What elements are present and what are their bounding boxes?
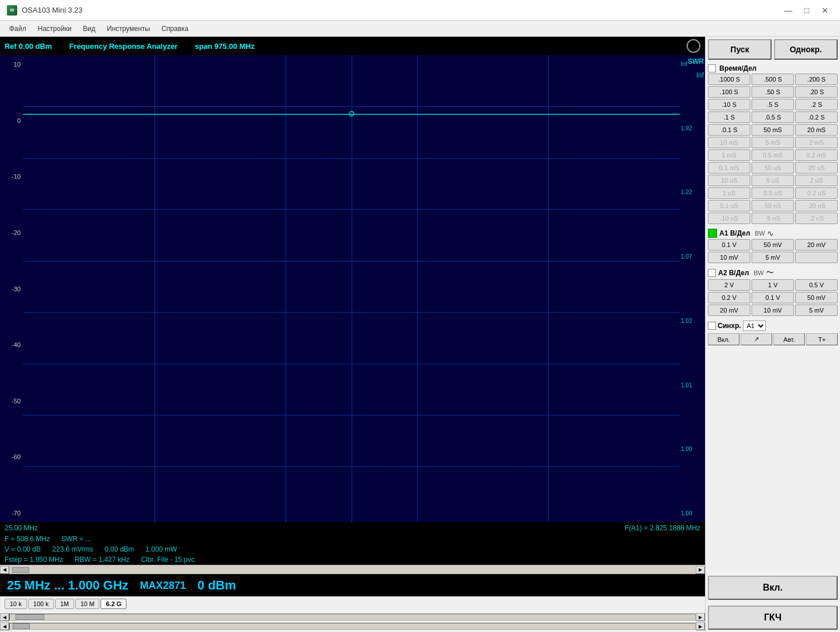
scroll-right-btn[interactable]: ▶	[696, 566, 705, 574]
time-btn-02us[interactable]: 0.2 uS	[795, 187, 838, 199]
a2-btn-1v[interactable]: 1 V	[752, 279, 794, 291]
sync-checkbox[interactable]	[708, 322, 716, 330]
time-btn-20us[interactable]: 20 uS	[795, 162, 838, 174]
scroll-left-btn[interactable]: ◀	[0, 566, 9, 574]
time-btn-20ms[interactable]: 20 mS	[795, 124, 838, 136]
time-btn-01s[interactable]: .0.1 S	[708, 124, 750, 136]
a2-btn-50mv[interactable]: 50 mV	[795, 292, 838, 303]
a2-btn-5mv[interactable]: 5 mV	[795, 305, 838, 316]
time-btn-05ms[interactable]: 0.5 mS	[752, 149, 794, 161]
swr-val-102: 1.02	[680, 318, 705, 324]
time-div-checkbox[interactable]	[708, 64, 716, 72]
scroll-track[interactable]	[9, 567, 696, 573]
a1-btn-5mv[interactable]: 5 mV	[752, 252, 794, 263]
minimize-button[interactable]: —	[780, 3, 796, 17]
v-value: V = 0.00 dB	[5, 545, 41, 553]
time-btn-1s[interactable]: .1 S	[708, 111, 750, 123]
time-btn-2ns[interactable]: .2 nS	[795, 213, 838, 224]
time-btn-5s[interactable]: .5 S	[752, 99, 794, 110]
a2-btn-01v[interactable]: 0.1 V	[752, 292, 794, 303]
time-btn-01ms[interactable]: 0.1 mS	[708, 162, 750, 174]
scroll3-track[interactable]	[9, 623, 696, 630]
freq-btn-100k[interactable]: 100 k	[28, 599, 54, 609]
time-btn-1us[interactable]: 1 uS	[708, 187, 750, 199]
time-btn-50ns[interactable]: 50 nS	[752, 200, 794, 211]
start-button[interactable]: Пуск	[708, 39, 772, 60]
time-btn-02s[interactable]: .0.2 S	[795, 111, 838, 123]
time-btn-50us[interactable]: 50 uS	[752, 162, 794, 174]
a1-btn-10mv[interactable]: 10 mV	[708, 252, 750, 263]
vkl-button[interactable]: Вкл.	[708, 576, 838, 600]
time-btn-50ms[interactable]: 50 mS	[752, 124, 794, 136]
time-btn-1000s[interactable]: .1000 S	[708, 74, 750, 85]
time-btn-5ms[interactable]: 5 mS	[752, 137, 794, 148]
scroll2-track[interactable]	[9, 614, 696, 621]
a2-volt-grid: 2 V 1 V 0.5 V 0.2 V 0.1 V 50 mV 20 mV 10…	[708, 279, 838, 316]
sync-vkl-btn[interactable]: Вкл.	[708, 333, 739, 345]
time-btn-2us[interactable]: 2 uS	[795, 175, 838, 186]
a1-btn-50mv[interactable]: 50 mV	[752, 239, 794, 251]
time-btn-20ns[interactable]: .20 nS	[795, 200, 838, 211]
close-button[interactable]: ✕	[817, 3, 833, 17]
a2-btn-20mv[interactable]: 20 mV	[708, 305, 750, 316]
h-scrollbar-top[interactable]: ◀ ▶	[0, 565, 705, 574]
scroll3-thumb[interactable]	[13, 623, 30, 629]
mode-label: Frequency Response Analyzer	[69, 42, 178, 51]
time-btn-10ms[interactable]: 10 mS	[708, 137, 750, 148]
time-btn-50s[interactable]: .50 S	[752, 86, 794, 98]
freq-btn-62g[interactable]: 6.2 G	[101, 599, 126, 609]
window-title: OSA103 Mini 3.23	[22, 6, 83, 14]
time-btn-10ns[interactable]: .10 nS	[708, 213, 750, 224]
menu-view[interactable]: Вид	[78, 23, 100, 34]
bw-label-a2: BW	[754, 269, 764, 276]
time-btn-500s[interactable]: .500 S	[752, 74, 794, 85]
sync-auto-btn[interactable]: Авт.	[773, 333, 805, 345]
time-btn-01us[interactable]: 0.1 uS	[708, 200, 750, 211]
time-btn-100s[interactable]: .100 S	[708, 86, 750, 98]
time-btn-10us[interactable]: 10 uS	[708, 175, 750, 186]
time-btn-200s[interactable]: .200 S	[795, 74, 838, 85]
wave-icon-a2: 〜	[766, 268, 774, 278]
ref-label: Ref 0.00 dBm	[5, 42, 52, 51]
a2-btn-05v[interactable]: 0.5 V	[795, 279, 838, 291]
menu-file[interactable]: Файл	[5, 23, 31, 34]
scroll-thumb[interactable]	[12, 567, 29, 573]
time-btn-2s[interactable]: .2 S	[795, 99, 838, 110]
single-button[interactable]: Однокр.	[774, 39, 838, 60]
gkch-button[interactable]: ГКЧ	[708, 606, 838, 630]
a2-btn-10mv[interactable]: 10 mV	[752, 305, 794, 316]
a2-btn-2v[interactable]: 2 V	[708, 279, 750, 291]
chart-area[interactable]: SWR Inf 10 0 -10 -20 -30 -40 -50 -60 -70…	[0, 55, 705, 522]
a2-checkbox[interactable]	[708, 269, 716, 277]
menu-settings[interactable]: Настройки	[33, 23, 76, 34]
a1-btn-01v[interactable]: 0.1 V	[708, 239, 750, 251]
menu-help[interactable]: Справка	[157, 23, 193, 34]
menu-tools[interactable]: Инструменты	[102, 23, 155, 34]
sync-select[interactable]: А1	[743, 321, 766, 331]
sync-tplus-btn[interactable]: Т+	[806, 333, 838, 345]
scroll2-left[interactable]: ◀	[0, 613, 9, 621]
maximize-button[interactable]: □	[799, 3, 815, 17]
a2-btn-02v[interactable]: 0.2 V	[708, 292, 750, 303]
freq-btn-10k[interactable]: 10 k	[5, 599, 27, 609]
scroll3-left[interactable]: ◀	[0, 622, 9, 630]
scroll2-right[interactable]: ▶	[696, 613, 705, 621]
time-btn-05s[interactable]: .0.5 S	[752, 111, 794, 123]
time-btn-5us[interactable]: 5 uS	[752, 175, 794, 186]
sync-arrow-btn[interactable]: ↗	[741, 333, 772, 345]
time-btn-2ms[interactable]: 2 mS	[795, 137, 838, 148]
time-btn-1ms[interactable]: 1 mS	[708, 149, 750, 161]
time-btn-20s[interactable]: .20 S	[795, 86, 838, 98]
scroll2-thumb[interactable]	[16, 614, 44, 620]
time-btn-05us[interactable]: 0.5 uS	[752, 187, 794, 199]
chart-plot[interactable]	[23, 55, 680, 522]
time-btn-5ns[interactable]: .5 nS	[752, 213, 794, 224]
freq-btn-10m[interactable]: 10 M	[75, 599, 99, 609]
freq-btn-1m[interactable]: 1M	[55, 599, 74, 609]
time-btn-02ms[interactable]: 0.2 mS	[795, 149, 838, 161]
grid-v-2	[286, 55, 286, 522]
a1-btn-20mv[interactable]: 20 mV	[795, 239, 838, 251]
menu-bar: Файл Настройки Вид Инструменты Справка	[0, 21, 840, 37]
scroll3-right[interactable]: ▶	[696, 622, 705, 630]
time-btn-10s[interactable]: .10 S	[708, 99, 750, 110]
